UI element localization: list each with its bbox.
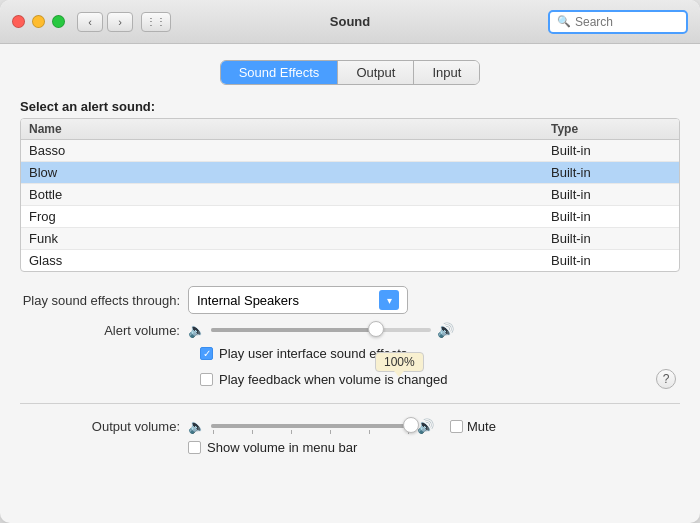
play-through-value: Internal Speakers: [197, 293, 299, 308]
mute-row: Mute: [450, 419, 496, 434]
output-volume-thumb[interactable]: [403, 417, 419, 433]
titlebar: ‹ › ⋮⋮ Sound 🔍: [0, 0, 700, 44]
help-button[interactable]: ?: [656, 369, 676, 389]
tab-sound-effects[interactable]: Sound Effects: [221, 61, 339, 84]
alert-sound-section: Select an alert sound: Name Type Basso B…: [20, 99, 680, 272]
ui-sounds-row: ✓ Play user interface sound effects: [200, 346, 680, 361]
minimize-button[interactable]: [32, 15, 45, 28]
row-name: Funk: [29, 231, 551, 246]
tick-marks: [211, 430, 411, 434]
alert-volume-track[interactable]: [211, 328, 431, 332]
dropdown-arrow-icon: ▾: [379, 290, 399, 310]
table-row[interactable]: Funk Built-in: [21, 228, 679, 250]
tab-input[interactable]: Input: [414, 61, 479, 84]
forward-button[interactable]: ›: [107, 12, 133, 32]
feedback-checkbox[interactable]: [200, 373, 213, 386]
table-header: Name Type: [21, 119, 679, 140]
window: ‹ › ⋮⋮ Sound 🔍 Sound Effects Output Inpu…: [0, 0, 700, 523]
tab-group: Sound Effects Output Input: [220, 60, 481, 85]
row-type: Built-in: [551, 187, 671, 202]
row-type: Built-in: [551, 209, 671, 224]
ui-sounds-checkbox[interactable]: ✓: [200, 347, 213, 360]
row-name: Blow: [29, 165, 551, 180]
feedback-label: Play feedback when volume is changed: [219, 372, 447, 387]
sound-table: Name Type Basso Built-in Blow Built-in B…: [20, 118, 680, 272]
alert-volume-thumb[interactable]: [368, 321, 384, 337]
tick: [252, 430, 253, 434]
alert-volume-row: Alert volume: 🔈 🔊: [20, 322, 680, 338]
content: Sound Effects Output Input Select an ale…: [0, 44, 700, 523]
row-name: Basso: [29, 143, 551, 158]
tabs: Sound Effects Output Input: [20, 60, 680, 85]
show-menubar-checkbox[interactable]: [188, 441, 201, 454]
controls: Play sound effects through: Internal Spe…: [20, 286, 680, 389]
play-through-row: Play sound effects through: Internal Spe…: [20, 286, 680, 314]
play-through-dropdown[interactable]: Internal Speakers ▾: [188, 286, 408, 314]
output-volume-label: Output volume:: [20, 419, 180, 434]
app-grid-button[interactable]: ⋮⋮: [141, 12, 171, 32]
output-volume-low-icon: 🔈: [188, 418, 205, 434]
alert-volume-fill: [211, 328, 376, 332]
output-volume-high-icon: 🔊: [417, 418, 434, 434]
search-box[interactable]: 🔍: [548, 10, 688, 34]
table-row[interactable]: Basso Built-in: [21, 140, 679, 162]
output-volume-track[interactable]: [211, 424, 411, 428]
feedback-row: Play feedback when volume is changed ?: [20, 369, 680, 389]
tab-output[interactable]: Output: [338, 61, 414, 84]
row-type: Built-in: [551, 165, 671, 180]
section-label: Select an alert sound:: [20, 99, 680, 114]
alert-volume-slider-container: 🔈 🔊: [188, 322, 454, 338]
tick: [369, 430, 370, 434]
table-row[interactable]: Blow Built-in: [21, 162, 679, 184]
output-volume-row: Output volume: 🔈: [20, 418, 680, 434]
table-row[interactable]: Bottle Built-in: [21, 184, 679, 206]
col-type-header: Type: [551, 122, 671, 136]
divider: [20, 403, 680, 404]
search-icon: 🔍: [557, 15, 571, 28]
output-volume-fill: [211, 424, 411, 428]
output-section: Output volume: 🔈: [20, 418, 680, 455]
volume-tooltip: 100%: [375, 352, 424, 372]
mute-checkbox[interactable]: [450, 420, 463, 433]
tick: [213, 430, 214, 434]
play-through-label: Play sound effects through:: [20, 293, 180, 308]
search-input[interactable]: [575, 15, 679, 29]
nav-buttons: ‹ ›: [77, 12, 133, 32]
row-name: Bottle: [29, 187, 551, 202]
table-row[interactable]: Frog Built-in: [21, 206, 679, 228]
row-type: Built-in: [551, 231, 671, 246]
tick: [291, 430, 292, 434]
alert-volume-label: Alert volume:: [20, 323, 180, 338]
output-volume-slider-container: 🔈 🔊: [188, 418, 434, 434]
volume-low-icon: 🔈: [188, 322, 205, 338]
back-button[interactable]: ‹: [77, 12, 103, 32]
close-button[interactable]: [12, 15, 25, 28]
window-title: Sound: [330, 14, 370, 29]
traffic-lights: [12, 15, 65, 28]
col-name-header: Name: [29, 122, 551, 136]
row-type: Built-in: [551, 143, 671, 158]
tick: [330, 430, 331, 434]
volume-high-icon: 🔊: [437, 322, 454, 338]
row-name: Frog: [29, 209, 551, 224]
show-menubar-row: Show volume in menu bar: [188, 440, 680, 455]
row-name: Glass: [29, 253, 551, 268]
maximize-button[interactable]: [52, 15, 65, 28]
feedback-checkbox-row: Play feedback when volume is changed: [200, 372, 447, 387]
table-row[interactable]: Glass Built-in: [21, 250, 679, 271]
row-type: Built-in: [551, 253, 671, 268]
mute-label: Mute: [467, 419, 496, 434]
show-menubar-label: Show volume in menu bar: [207, 440, 357, 455]
